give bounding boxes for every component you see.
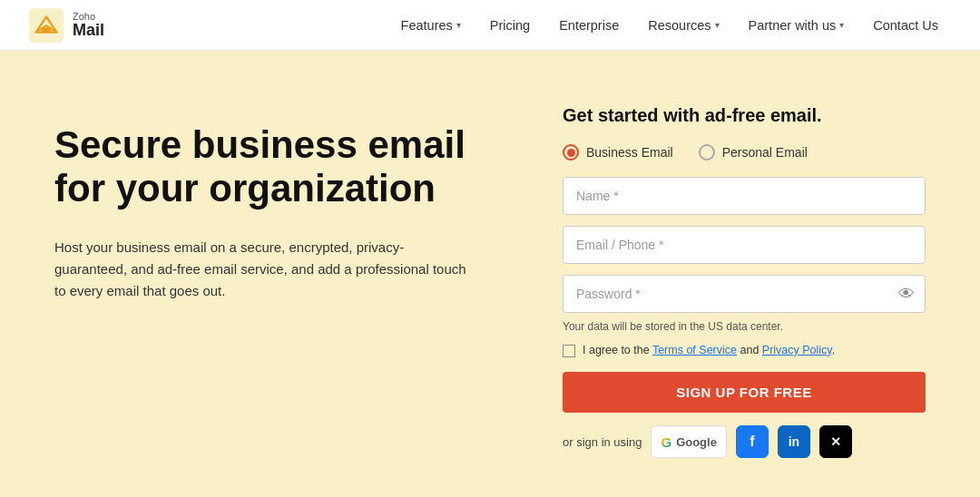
name-input[interactable] [563, 177, 926, 215]
twitter-signin-button[interactable]: ✕ [819, 425, 852, 458]
social-signin-section: or sign in using G Google f in ✕ [563, 425, 926, 458]
navbar: Zoho Mail Features ▾ Pricing Enterprise … [0, 0, 980, 51]
linkedin-icon: in [789, 434, 799, 449]
chevron-down-icon: ▾ [839, 20, 844, 30]
radio-circle-business [563, 144, 579, 161]
nav-pricing[interactable]: Pricing [477, 11, 543, 40]
hero-subtext: Host your business email on a secure, en… [54, 237, 472, 302]
nav-partner[interactable]: Partner with us ▾ [736, 11, 858, 40]
password-wrapper: 👁 [563, 275, 926, 313]
nav-contact[interactable]: Contact Us [860, 11, 951, 40]
logo[interactable]: Zoho Mail [29, 8, 104, 43]
hero-headline: Secure business email for your organizat… [54, 123, 490, 211]
chevron-down-icon: ▾ [715, 20, 720, 30]
signup-button[interactable]: SIGN UP FOR FREE [563, 372, 926, 413]
logo-mail-label: Mail [73, 22, 104, 40]
radio-circle-personal [699, 144, 715, 161]
logo-text: Zoho Mail [73, 11, 104, 40]
zoho-mail-logo-icon [29, 8, 64, 43]
svg-rect-1 [41, 26, 51, 32]
form-title: Get started with ad-free email. [563, 105, 926, 126]
email-phone-input[interactable] [563, 226, 926, 264]
terms-of-service-link[interactable]: Terms of Service [652, 344, 737, 356]
chevron-down-icon: ▾ [456, 20, 461, 30]
linkedin-signin-button[interactable]: in [778, 425, 810, 458]
signup-form: Get started with ad-free email. Business… [563, 105, 926, 458]
logo-zoho-label: Zoho [73, 11, 104, 22]
facebook-icon: f [750, 434, 754, 450]
hero-section: Secure business email for your organizat… [54, 105, 490, 302]
datacenter-note: Your data will be stored in the US data … [563, 320, 926, 333]
facebook-signin-button[interactable]: f [736, 425, 769, 458]
nav-resources[interactable]: Resources ▾ [635, 11, 731, 40]
terms-checkbox[interactable] [563, 345, 575, 357]
radio-personal-email[interactable]: Personal Email [699, 144, 808, 161]
twitter-x-icon: ✕ [830, 434, 841, 449]
privacy-policy-link[interactable]: Privacy Policy [762, 344, 832, 356]
main-content: Secure business email for your organizat… [0, 51, 980, 497]
password-input[interactable] [563, 275, 926, 313]
nav-enterprise[interactable]: Enterprise [546, 11, 632, 40]
nav-features[interactable]: Features ▾ [388, 11, 474, 40]
nav-links: Features ▾ Pricing Enterprise Resources … [388, 11, 951, 40]
eye-icon[interactable]: 👁 [898, 285, 915, 304]
social-signin-label: or sign in using [563, 435, 642, 449]
google-g-icon: G [661, 434, 671, 450]
google-signin-button[interactable]: G Google [651, 425, 726, 458]
radio-business-email[interactable]: Business Email [563, 144, 673, 161]
terms-checkbox-line: I agree to the Terms of Service and Priv… [563, 344, 926, 357]
email-type-radio-group: Business Email Personal Email [563, 144, 926, 161]
